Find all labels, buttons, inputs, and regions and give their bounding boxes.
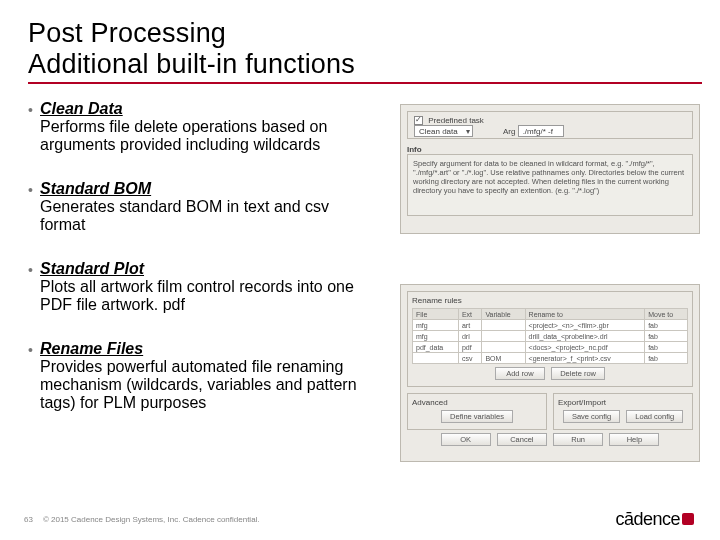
cell[interactable]: drill_data_<probeline>.drl: [525, 331, 645, 342]
cell[interactable]: art: [458, 320, 481, 331]
cell[interactable]: mfg: [413, 331, 459, 342]
task-select[interactable]: Clean data: [414, 125, 473, 137]
cell[interactable]: mfg: [413, 320, 459, 331]
col-ext: Ext: [458, 309, 481, 320]
rename-rules-panel: Rename rules File Ext Variable Rename to…: [400, 284, 700, 462]
col-file: File: [413, 309, 459, 320]
col-variable: Variable: [482, 309, 525, 320]
delete-row-button[interactable]: Delete row: [551, 367, 605, 380]
cell[interactable]: pdf: [458, 342, 481, 353]
cell[interactable]: fab: [645, 320, 688, 331]
rename-rules-group: Rename rules File Ext Variable Rename to…: [407, 291, 693, 387]
cell[interactable]: BOM: [482, 353, 525, 364]
cell[interactable]: [482, 320, 525, 331]
logo-text: cādence: [615, 509, 680, 530]
bullet-desc: Generates standard BOM in text and csv f…: [40, 198, 329, 233]
run-button[interactable]: Run: [553, 433, 603, 446]
table-row[interactable]: mfg art <project>_<n>_<film>.gbr fab: [413, 320, 688, 331]
bullet-dot-icon: •: [28, 100, 40, 154]
slide: Post Processing Additional built-in func…: [0, 0, 720, 540]
title-underline: [28, 82, 702, 84]
info-section: Info Specify argument for data to be cle…: [407, 145, 693, 216]
ok-button[interactable]: OK: [441, 433, 491, 446]
bullet-dot-icon: •: [28, 260, 40, 314]
bullet-dot-icon: •: [28, 180, 40, 234]
footer: 63 © 2015 Cadence Design Systems, Inc. C…: [24, 509, 696, 530]
bullet-head: Standard BOM: [40, 180, 151, 197]
help-button[interactable]: Help: [609, 433, 659, 446]
export-import-group: Export/Import Save config Load config: [553, 393, 693, 430]
cell[interactable]: <docs>_<project>_nc.pdf: [525, 342, 645, 353]
predefined-task-label: Predefined task: [428, 116, 484, 125]
bullet-head: Clean Data: [40, 100, 123, 117]
bullet-item: • Standard BOM Generates standard BOM in…: [28, 180, 378, 234]
cadence-logo: cādence: [615, 509, 696, 530]
bullet-item: • Standard Plot Plots all artwork film c…: [28, 260, 378, 314]
logo-dot-icon: [682, 513, 694, 525]
bullet-desc: Plots all artwork film control records i…: [40, 278, 354, 313]
bullet-list: • Clean Data Performs file delete operat…: [28, 100, 378, 438]
title-line-1: Post Processing: [28, 18, 355, 49]
bullet-dot-icon: •: [28, 340, 40, 412]
rename-rules-label: Rename rules: [412, 296, 688, 305]
table-row[interactable]: pdf_data pdf <docs>_<project>_nc.pdf fab: [413, 342, 688, 353]
cell[interactable]: fab: [645, 353, 688, 364]
predefined-task-group: Predefined task Clean data Arg ./mfg/* -…: [407, 111, 693, 139]
col-moveto: Move to: [645, 309, 688, 320]
arg-input[interactable]: ./mfg/* -f: [518, 125, 564, 137]
bullet-head: Rename Files: [40, 340, 143, 357]
info-heading: Info: [407, 145, 693, 154]
define-variables-button[interactable]: Define variables: [441, 410, 513, 423]
cell[interactable]: <project>_<n>_<film>.gbr: [525, 320, 645, 331]
save-config-button[interactable]: Save config: [563, 410, 620, 423]
load-config-button[interactable]: Load config: [626, 410, 683, 423]
page-number: 63: [24, 515, 33, 524]
export-import-label: Export/Import: [558, 398, 688, 407]
table-row[interactable]: mfg drl drill_data_<probeline>.drl fab: [413, 331, 688, 342]
bullet-head: Standard Plot: [40, 260, 144, 277]
title-line-2: Additional built-in functions: [28, 49, 355, 80]
advanced-label: Advanced: [412, 398, 542, 407]
copyright-text: © 2015 Cadence Design Systems, Inc. Cade…: [43, 515, 260, 524]
bullet-desc: Performs file delete operations based on…: [40, 118, 327, 153]
predefined-task-checkbox[interactable]: [414, 116, 423, 125]
cell[interactable]: [482, 331, 525, 342]
cell[interactable]: [482, 342, 525, 353]
info-text: Specify argument for data to be cleaned …: [407, 154, 693, 216]
cell[interactable]: <generator>_f_<print>.csv: [525, 353, 645, 364]
arg-label: Arg: [503, 127, 515, 136]
title-block: Post Processing Additional built-in func…: [28, 18, 355, 80]
table-header-row: File Ext Variable Rename to Move to: [413, 309, 688, 320]
cell[interactable]: csv: [458, 353, 481, 364]
cell[interactable]: [413, 353, 459, 364]
add-row-button[interactable]: Add row: [495, 367, 545, 380]
rename-rules-table: File Ext Variable Rename to Move to mfg …: [412, 308, 688, 364]
bullet-item: • Clean Data Performs file delete operat…: [28, 100, 378, 154]
advanced-group: Advanced Define variables: [407, 393, 547, 430]
clean-data-panel: Predefined task Clean data Arg ./mfg/* -…: [400, 104, 700, 234]
cell[interactable]: pdf_data: [413, 342, 459, 353]
cell[interactable]: fab: [645, 342, 688, 353]
cell[interactable]: fab: [645, 331, 688, 342]
col-renameto: Rename to: [525, 309, 645, 320]
bullet-desc: Provides powerful automated file renamin…: [40, 358, 357, 411]
cancel-button[interactable]: Cancel: [497, 433, 547, 446]
table-row[interactable]: csv BOM <generator>_f_<print>.csv fab: [413, 353, 688, 364]
cell[interactable]: drl: [458, 331, 481, 342]
bullet-item: • Rename Files Provides powerful automat…: [28, 340, 378, 412]
